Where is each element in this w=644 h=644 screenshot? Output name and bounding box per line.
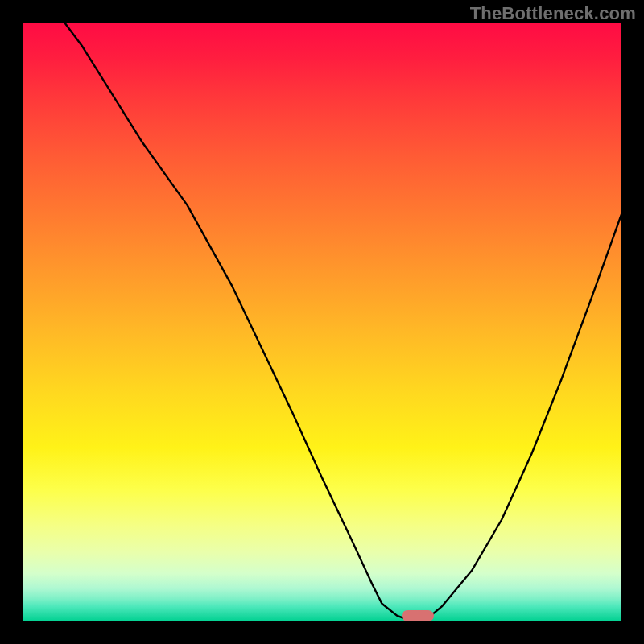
bottleneck-curve (23, 23, 621, 621)
chart-frame: TheBottleneck.com (0, 0, 644, 644)
optimum-marker (402, 610, 434, 621)
plot-area (23, 23, 621, 621)
watermark-text: TheBottleneck.com (470, 3, 636, 24)
